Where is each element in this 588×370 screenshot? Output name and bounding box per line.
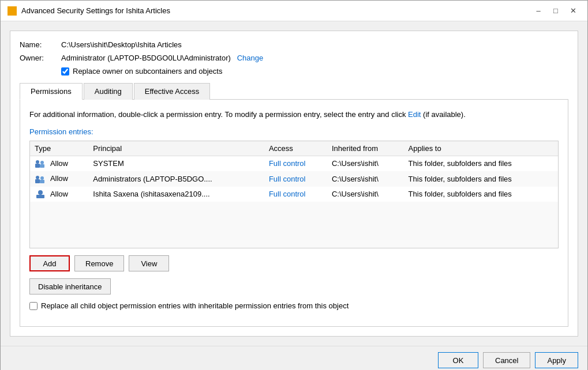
row2-inherited: C:\Users\ishit\	[327, 171, 404, 187]
close-button[interactable]: ✕	[565, 5, 580, 17]
table-row[interactable]: Allow SYSTEM Full control C:\Users\ishit…	[30, 156, 558, 171]
row1-access: Full control	[264, 156, 327, 171]
permissions-table: Type Principal Access Inherited from App…	[30, 141, 558, 248]
title-bar-buttons: – □ ✕	[531, 5, 580, 17]
minimize-button[interactable]: –	[531, 5, 546, 17]
replace-permissions-row: Replace all child object permission entr…	[29, 301, 559, 310]
empty-row	[30, 202, 558, 248]
svg-rect-0	[35, 164, 40, 168]
apply-button[interactable]: Apply	[535, 352, 578, 368]
main-content: Name: C:\Users\ishit\Desktop\Ishita Arti…	[1, 21, 587, 346]
view-button[interactable]: View	[129, 255, 169, 271]
replace-owner-checkbox[interactable]	[61, 67, 69, 75]
info-section: Name: C:\Users\ishit\Desktop\Ishita Arti…	[10, 31, 578, 337]
owner-value: Administrator (LAPTOP-B5DGO0LU\Administr…	[61, 54, 263, 62]
table-header-row: Type Principal Access Inherited from App…	[30, 141, 558, 156]
ok-button[interactable]: OK	[438, 352, 478, 368]
col-inherited: Inherited from	[327, 141, 404, 156]
replace-permissions-label: Replace all child object permission entr…	[41, 301, 349, 310]
window: Advanced Security Settings for Ishita Ar…	[0, 0, 588, 370]
col-applies: Applies to	[404, 141, 558, 156]
owner-label: Owner:	[20, 54, 54, 62]
tab-effective-access[interactable]: Effective Access	[134, 83, 210, 100]
row3-access: Full control	[264, 187, 327, 202]
svg-point-3	[40, 161, 44, 164]
svg-rect-2	[40, 164, 44, 168]
name-row: Name: C:\Users\ishit\Desktop\Ishita Arti…	[20, 40, 568, 49]
permissions-panel: For additional information, double-click…	[20, 100, 568, 327]
replace-owner-row: Replace owner on subcontainers and objec…	[61, 67, 568, 75]
disable-inheritance-row: Disable inheritance	[29, 278, 559, 295]
tab-bar: Permissions Auditing Effective Access	[20, 80, 568, 100]
remove-button[interactable]: Remove	[74, 255, 124, 271]
permission-entries-label: Permission entries:	[29, 127, 559, 136]
name-label: Name:	[20, 40, 54, 49]
folder-icon	[8, 6, 17, 16]
name-value: C:\Users\ishit\Desktop\Ishita Articles	[61, 40, 182, 49]
svg-point-1	[36, 160, 39, 164]
owner-row: Owner: Administrator (LAPTOP-B5DGO0LU\Ad…	[20, 54, 568, 62]
add-button[interactable]: Add	[29, 255, 70, 271]
svg-rect-4	[35, 179, 40, 183]
info-text-part2: (if available).	[421, 110, 465, 119]
svg-rect-8	[36, 195, 44, 198]
bottom-bar: OK Cancel Apply	[1, 346, 587, 370]
action-buttons-row: Add Remove View	[29, 255, 559, 271]
info-text-part1: For additional information, double-click…	[29, 110, 408, 119]
row1-type: Allow	[30, 156, 88, 171]
tab-permissions[interactable]: Permissions	[20, 83, 83, 100]
col-principal: Principal	[88, 141, 264, 156]
row3-applies: This folder, subfolders and files	[404, 187, 558, 202]
user-group-icon	[35, 159, 46, 168]
svg-point-7	[40, 176, 44, 180]
edit-link[interactable]: Edit	[408, 110, 421, 119]
info-paragraph: For additional information, double-click…	[29, 109, 559, 120]
replace-permissions-checkbox[interactable]	[29, 302, 38, 310]
permissions-table-container: Type Principal Access Inherited from App…	[29, 141, 559, 249]
maximize-button[interactable]: □	[548, 5, 563, 17]
user-icon	[35, 190, 46, 199]
row2-access: Full control	[264, 171, 327, 187]
row3-type: Allow	[30, 187, 88, 202]
tab-auditing[interactable]: Auditing	[84, 83, 133, 100]
svg-point-9	[38, 190, 43, 195]
row3-principal: Ishita Saxena (ishitasaxena2109....	[88, 187, 264, 202]
window-title: Advanced Security Settings for Ishita Ar…	[21, 6, 526, 15]
table-row[interactable]: Allow Administrators (LAPTOP-B5DGO.... F…	[30, 171, 558, 187]
change-owner-link[interactable]: Change	[237, 54, 264, 62]
svg-point-5	[36, 176, 39, 179]
disable-inheritance-button[interactable]: Disable inheritance	[29, 278, 111, 295]
cancel-button[interactable]: Cancel	[483, 352, 530, 368]
owner-text: Administrator (LAPTOP-B5DGO0LU\Administr…	[61, 54, 231, 62]
col-access: Access	[264, 141, 327, 156]
svg-rect-6	[40, 180, 44, 183]
table-row[interactable]: Allow Ishita Saxena (ishitasaxena2109...…	[30, 187, 558, 202]
user-group-icon	[35, 175, 46, 184]
row2-type: Allow	[30, 171, 88, 187]
replace-owner-label: Replace owner on subcontainers and objec…	[73, 67, 222, 75]
col-type: Type	[30, 141, 88, 156]
row2-principal: Administrators (LAPTOP-B5DGO....	[88, 171, 264, 187]
row1-inherited: C:\Users\ishit\	[327, 156, 404, 171]
row2-applies: This folder, subfolders and files	[404, 171, 558, 187]
row3-inherited: C:\Users\ishit\	[327, 187, 404, 202]
row1-applies: This folder, subfolders and files	[404, 156, 558, 171]
title-bar: Advanced Security Settings for Ishita Ar…	[1, 1, 587, 21]
row1-principal: SYSTEM	[88, 156, 264, 171]
